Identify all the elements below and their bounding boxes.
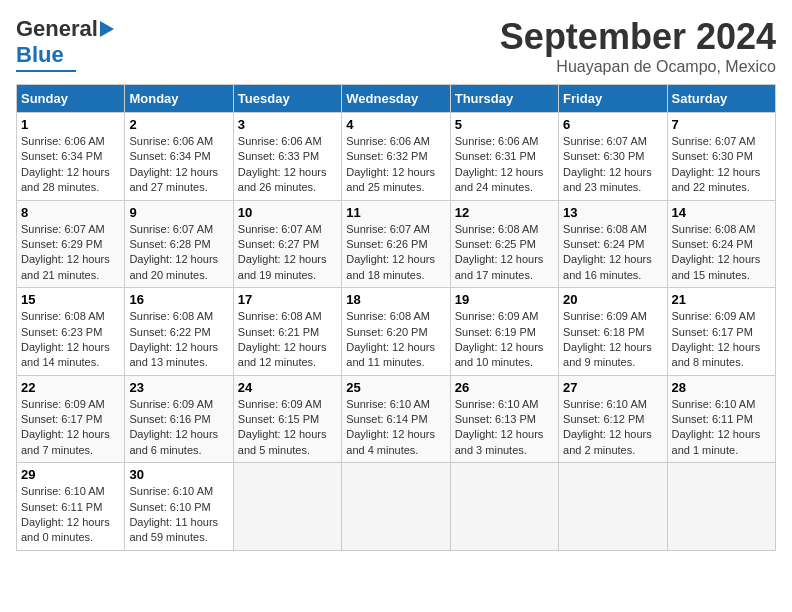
day-number: 15 [21,292,120,307]
day-info: Sunrise: 6:10 AM Sunset: 6:10 PM Dayligh… [129,484,228,546]
day-info: Sunrise: 6:10 AM Sunset: 6:11 PM Dayligh… [672,397,771,459]
calendar-week-row: 8 Sunrise: 6:07 AM Sunset: 6:29 PM Dayli… [17,200,776,288]
calendar-day-cell: 28 Sunrise: 6:10 AM Sunset: 6:11 PM Dayl… [667,375,775,463]
day-info: Sunrise: 6:08 AM Sunset: 6:23 PM Dayligh… [21,309,120,371]
calendar-day-cell [667,463,775,551]
daylight-label: Daylight: 12 hours and 0 minutes. [21,516,110,543]
day-number: 12 [455,205,554,220]
day-number: 8 [21,205,120,220]
calendar-table: SundayMondayTuesdayWednesdayThursdayFrid… [16,84,776,551]
sunset-label: Sunset: 6:13 PM [455,413,536,425]
calendar-day-cell [559,463,667,551]
sunrise-label: Sunrise: 6:08 AM [455,223,539,235]
daylight-label: Daylight: 12 hours and 15 minutes. [672,253,761,280]
day-number: 7 [672,117,771,132]
calendar-day-cell: 17 Sunrise: 6:08 AM Sunset: 6:21 PM Dayl… [233,288,341,376]
day-number: 17 [238,292,337,307]
calendar-day-cell: 25 Sunrise: 6:10 AM Sunset: 6:14 PM Dayl… [342,375,450,463]
day-number: 29 [21,467,120,482]
page-subtitle: Huayapan de Ocampo, Mexico [500,58,776,76]
day-of-week-header: Saturday [667,85,775,113]
day-info: Sunrise: 6:08 AM Sunset: 6:21 PM Dayligh… [238,309,337,371]
calendar-day-cell: 16 Sunrise: 6:08 AM Sunset: 6:22 PM Dayl… [125,288,233,376]
daylight-label: Daylight: 12 hours and 17 minutes. [455,253,544,280]
daylight-label: Daylight: 11 hours and 59 minutes. [129,516,218,543]
day-number: 25 [346,380,445,395]
day-info: Sunrise: 6:10 AM Sunset: 6:12 PM Dayligh… [563,397,662,459]
daylight-label: Daylight: 12 hours and 1 minute. [672,428,761,455]
logo-general: General [16,16,98,42]
daylight-label: Daylight: 12 hours and 7 minutes. [21,428,110,455]
sunset-label: Sunset: 6:21 PM [238,326,319,338]
daylight-label: Daylight: 12 hours and 8 minutes. [672,341,761,368]
sunrise-label: Sunrise: 6:06 AM [455,135,539,147]
calendar-day-cell: 11 Sunrise: 6:07 AM Sunset: 6:26 PM Dayl… [342,200,450,288]
day-number: 14 [672,205,771,220]
sunset-label: Sunset: 6:30 PM [672,150,753,162]
daylight-label: Daylight: 12 hours and 27 minutes. [129,166,218,193]
daylight-label: Daylight: 12 hours and 2 minutes. [563,428,652,455]
logo-arrow-icon [100,21,114,37]
sunset-label: Sunset: 6:31 PM [455,150,536,162]
day-number: 23 [129,380,228,395]
day-info: Sunrise: 6:10 AM Sunset: 6:14 PM Dayligh… [346,397,445,459]
daylight-label: Daylight: 12 hours and 18 minutes. [346,253,435,280]
day-number: 20 [563,292,662,307]
sunset-label: Sunset: 6:28 PM [129,238,210,250]
sunset-label: Sunset: 6:12 PM [563,413,644,425]
sunrise-label: Sunrise: 6:06 AM [21,135,105,147]
calendar-day-cell: 21 Sunrise: 6:09 AM Sunset: 6:17 PM Dayl… [667,288,775,376]
calendar-day-cell: 10 Sunrise: 6:07 AM Sunset: 6:27 PM Dayl… [233,200,341,288]
calendar-day-cell: 5 Sunrise: 6:06 AM Sunset: 6:31 PM Dayli… [450,113,558,201]
day-number: 27 [563,380,662,395]
day-number: 22 [21,380,120,395]
calendar-day-cell [233,463,341,551]
sunrise-label: Sunrise: 6:07 AM [21,223,105,235]
sunset-label: Sunset: 6:34 PM [21,150,102,162]
sunrise-label: Sunrise: 6:09 AM [238,398,322,410]
day-of-week-header: Tuesday [233,85,341,113]
sunset-label: Sunset: 6:25 PM [455,238,536,250]
calendar-day-cell: 30 Sunrise: 6:10 AM Sunset: 6:10 PM Dayl… [125,463,233,551]
sunset-label: Sunset: 6:10 PM [129,501,210,513]
calendar-day-cell [342,463,450,551]
daylight-label: Daylight: 12 hours and 16 minutes. [563,253,652,280]
page-title: September 2024 [500,16,776,58]
calendar-day-cell: 19 Sunrise: 6:09 AM Sunset: 6:19 PM Dayl… [450,288,558,376]
daylight-label: Daylight: 12 hours and 6 minutes. [129,428,218,455]
day-number: 3 [238,117,337,132]
day-number: 10 [238,205,337,220]
sunset-label: Sunset: 6:26 PM [346,238,427,250]
sunrise-label: Sunrise: 6:07 AM [563,135,647,147]
sunrise-label: Sunrise: 6:10 AM [672,398,756,410]
sunrise-label: Sunrise: 6:07 AM [238,223,322,235]
sunrise-label: Sunrise: 6:10 AM [455,398,539,410]
sunrise-label: Sunrise: 6:09 AM [455,310,539,322]
day-info: Sunrise: 6:09 AM Sunset: 6:18 PM Dayligh… [563,309,662,371]
sunrise-label: Sunrise: 6:08 AM [21,310,105,322]
day-number: 30 [129,467,228,482]
calendar-day-cell: 15 Sunrise: 6:08 AM Sunset: 6:23 PM Dayl… [17,288,125,376]
daylight-label: Daylight: 12 hours and 25 minutes. [346,166,435,193]
sunrise-label: Sunrise: 6:10 AM [129,485,213,497]
logo-divider [16,70,76,72]
day-info: Sunrise: 6:07 AM Sunset: 6:30 PM Dayligh… [563,134,662,196]
sunset-label: Sunset: 6:22 PM [129,326,210,338]
day-number: 1 [21,117,120,132]
logo-blue: Blue [16,42,64,68]
day-info: Sunrise: 6:09 AM Sunset: 6:17 PM Dayligh… [21,397,120,459]
sunset-label: Sunset: 6:11 PM [672,413,753,425]
sunrise-label: Sunrise: 6:07 AM [129,223,213,235]
sunset-label: Sunset: 6:29 PM [21,238,102,250]
sunset-label: Sunset: 6:27 PM [238,238,319,250]
calendar-day-cell: 1 Sunrise: 6:06 AM Sunset: 6:34 PM Dayli… [17,113,125,201]
daylight-label: Daylight: 12 hours and 14 minutes. [21,341,110,368]
sunrise-label: Sunrise: 6:10 AM [346,398,430,410]
day-info: Sunrise: 6:07 AM Sunset: 6:29 PM Dayligh… [21,222,120,284]
sunset-label: Sunset: 6:17 PM [21,413,102,425]
calendar-header-row: SundayMondayTuesdayWednesdayThursdayFrid… [17,85,776,113]
sunrise-label: Sunrise: 6:08 AM [346,310,430,322]
sunrise-label: Sunrise: 6:08 AM [129,310,213,322]
day-info: Sunrise: 6:08 AM Sunset: 6:22 PM Dayligh… [129,309,228,371]
day-of-week-header: Friday [559,85,667,113]
